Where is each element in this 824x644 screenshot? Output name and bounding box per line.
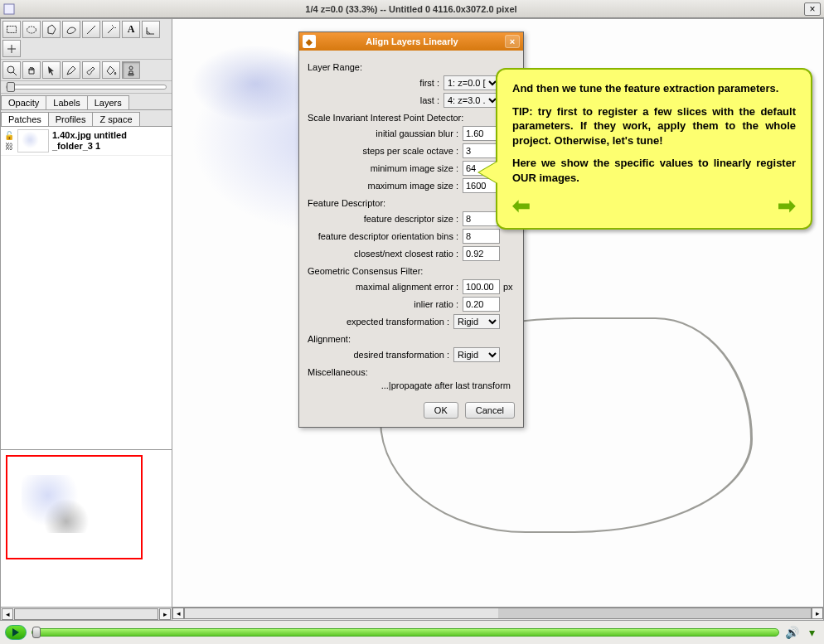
tab-zspace[interactable]: Z space — [92, 112, 139, 126]
dialog-icon: ◆ — [303, 35, 316, 48]
play-button[interactable] — [5, 625, 27, 640]
tab-layers[interactable]: Layers — [87, 95, 129, 109]
tab-opacity[interactable]: Opacity — [1, 95, 46, 109]
dialog-close-button[interactable]: × — [505, 35, 520, 48]
rect-select-tool[interactable] — [2, 21, 21, 38]
fdsize-input[interactable] — [463, 211, 500, 226]
first-label: first : — [308, 78, 444, 88]
scroll-left-icon[interactable]: ◂ — [2, 608, 13, 620]
prev-arrow-icon[interactable]: ⬅ — [512, 195, 531, 216]
player-menu-icon[interactable]: ▾ — [804, 626, 819, 639]
svg-line-8 — [13, 72, 17, 75]
svg-rect-0 — [4, 4, 14, 14]
sidebar-hscroll[interactable]: ◂ ▸ — [1, 607, 172, 620]
zoom-slider-row — [1, 81, 172, 94]
fdsize-label: feature descriptor size : — [308, 214, 463, 224]
toolbar-row-2 — [1, 60, 172, 81]
exptrans-select[interactable]: Rigid — [453, 314, 500, 329]
list-thumbnail — [17, 129, 49, 153]
scroll-right-icon[interactable]: ▸ — [812, 608, 823, 619]
minimap-viewport-rect[interactable] — [6, 455, 143, 559]
bubble-tail — [479, 161, 499, 184]
tab-patches[interactable]: Patches — [1, 112, 49, 126]
maxerr-input[interactable] — [463, 279, 500, 294]
chain-icon: ⛓ — [5, 142, 13, 151]
destrans-select[interactable]: Rigid — [453, 347, 500, 362]
cancel-button[interactable]: Cancel — [465, 402, 515, 419]
section-fd: Feature Descriptor: — [308, 198, 515, 208]
inlier-input[interactable] — [463, 297, 500, 312]
steps-input[interactable] — [463, 143, 500, 158]
hand-tool[interactable] — [22, 61, 41, 79]
tab-profiles[interactable]: Profiles — [48, 112, 94, 126]
app-icon — [0, 3, 18, 15]
freehand-select-tool[interactable] — [62, 21, 80, 38]
tab-row-upper: Opacity Labels Layers — [1, 94, 172, 110]
fdbins-input[interactable] — [463, 229, 500, 244]
steps-label: steps per scale octave : — [308, 146, 463, 156]
exptrans-label: expected transformation : — [308, 317, 453, 327]
ok-button[interactable]: OK — [424, 402, 458, 419]
timeline-thumb[interactable] — [32, 627, 41, 638]
propagate-label: ...|propagate after last transform — [308, 380, 515, 390]
zoom-slider[interactable] — [6, 85, 167, 90]
magnify-tool[interactable] — [2, 61, 21, 79]
bubble-p1: And then we tune the feature extraction … — [512, 81, 796, 96]
lock-icon: 🔓 — [4, 131, 14, 140]
minsize-label: minimum image size : — [308, 163, 463, 173]
list-item-label: 1.40x.jpg untitled_folder_3 1 — [52, 130, 127, 152]
destrans-label: desired transformation : — [308, 350, 453, 360]
ratio-label: closest/next closest ratio : — [308, 249, 463, 259]
wand-tool[interactable] — [102, 21, 120, 38]
angle-tool[interactable] — [142, 21, 160, 38]
bubble-p2: TIP: try first to register a few slices … — [512, 104, 796, 148]
align-layers-dialog: ◆ Align Layers Linearly × Layer Range: f… — [298, 31, 524, 428]
pen-tool[interactable] — [62, 61, 80, 79]
tutorial-bubble: And then we tune the feature extraction … — [496, 68, 812, 230]
bubble-p3: Here we show the specific values to line… — [512, 156, 796, 185]
section-sift: Scale Invariant Interest Point Detector: — [308, 113, 515, 123]
scroll-right-icon[interactable]: ▸ — [159, 608, 171, 620]
maxsize-label: maximum image size : — [308, 181, 463, 191]
sidebar: A Opacity Labels Layers Patches Profiles… — [1, 19, 172, 620]
patches-list: 🔓 ⛓ 1.40x.jpg untitled_folder_3 1 — [1, 127, 172, 449]
point-tool[interactable] — [2, 40, 21, 57]
line-tool[interactable] — [82, 21, 100, 38]
dialog-title-text: Align Layers Linearly — [319, 36, 505, 46]
last-label: last : — [308, 95, 444, 105]
section-align: Alignment: — [308, 334, 515, 344]
last-select[interactable]: 4: z=3.0 ... — [444, 93, 500, 108]
tab-row-lower: Patches Profiles Z space — [1, 110, 172, 127]
text-tool[interactable]: A — [122, 21, 140, 38]
stamp-tool[interactable] — [122, 61, 140, 79]
section-layer-range: Layer Range: — [308, 62, 515, 72]
fill-tool[interactable] — [102, 61, 120, 79]
list-item[interactable]: 🔓 ⛓ 1.40x.jpg untitled_folder_3 1 — [1, 127, 172, 156]
arrow-tool[interactable] — [42, 61, 61, 79]
scroll-left-icon[interactable]: ◂ — [172, 608, 184, 619]
volume-icon[interactable]: 🔊 — [784, 626, 799, 639]
canvas-hscroll[interactable]: ◂ ▸ — [172, 607, 823, 620]
window-titlebar: 1/4 z=0.0 (33.3%) -- Untitled 0 4116.0x3… — [0, 0, 824, 18]
section-geo: Geometric Consensus Filter: — [308, 266, 515, 276]
ratio-input[interactable] — [463, 246, 500, 261]
inlier-label: inlier ratio : — [308, 299, 463, 309]
unit-px: px — [500, 282, 515, 292]
timeline-slider[interactable] — [32, 628, 779, 637]
minimap[interactable] — [1, 449, 172, 607]
svg-rect-1 — [7, 26, 17, 32]
svg-point-2 — [27, 27, 36, 33]
tab-labels[interactable]: Labels — [46, 95, 87, 109]
oval-select-tool[interactable] — [22, 21, 41, 38]
window-close-button[interactable]: × — [804, 2, 821, 16]
next-arrow-icon[interactable]: ➡ — [778, 195, 796, 216]
brush-tool[interactable] — [82, 61, 100, 79]
svg-line-4 — [87, 26, 95, 34]
window-title: 1/4 z=0.0 (33.3%) -- Untitled 0 4116.0x3… — [18, 4, 804, 14]
dialog-titlebar[interactable]: ◆ Align Layers Linearly × — [299, 32, 523, 51]
gauss-label: initial gaussian blur : — [308, 128, 463, 138]
player-bar: 🔊 ▾ — [0, 621, 824, 644]
polygon-select-tool[interactable] — [42, 21, 61, 38]
first-select[interactable]: 1: z=0.0 [la — [444, 75, 500, 90]
gauss-input[interactable] — [463, 126, 500, 141]
